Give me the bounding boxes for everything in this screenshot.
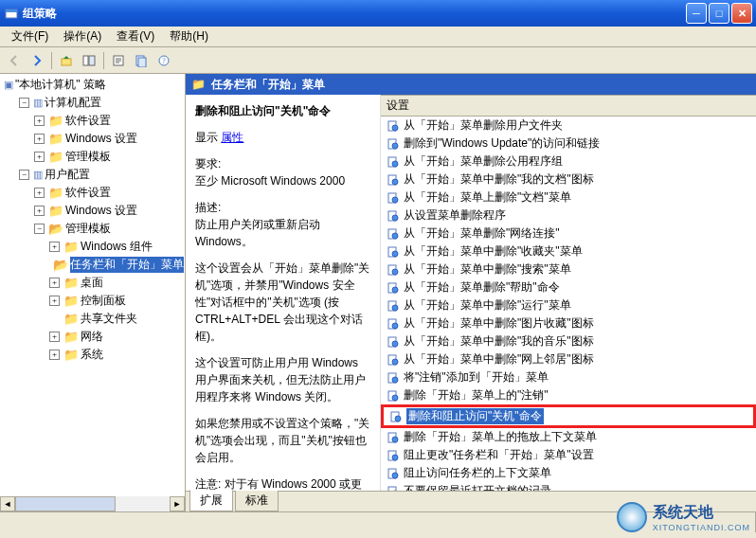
list-item[interactable]: 从「开始」菜单中删除"搜索"菜单 [381,260,756,278]
tree-cc-windows[interactable]: +📁Windows 设置 [32,130,185,148]
minimize-button[interactable]: ─ [686,3,707,24]
tree-windows-components[interactable]: +📁Windows 组件 [47,238,185,256]
list-item[interactable]: 将"注销"添加到「开始」菜单 [381,368,756,386]
svg-point-28 [392,251,398,257]
policy-item-icon [387,155,400,169]
list-item[interactable]: 从「开始」菜单上删除"文档"菜单 [381,188,756,206]
svg-point-16 [392,143,398,149]
properties-link[interactable]: 属性 [221,131,243,144]
content-area: ▣"本地计算机" 策略 −▥计算机配置 +📁软件设置 +📁Windows 设置 … [0,74,756,511]
svg-point-42 [392,377,398,383]
tree-uc-admin[interactable]: −📂管理模板 [32,220,185,238]
expand-icon[interactable]: + [34,206,45,216]
folder-icon: 📁 [48,131,63,147]
expand-icon[interactable]: + [34,134,45,144]
list-item[interactable]: 从「开始」菜单中删除"我的文档"图标 [381,170,756,188]
tree-computer-config[interactable]: −▥计算机配置 [17,94,185,112]
policy-item-icon [387,467,400,480]
list-item[interactable]: 阻止更改"任务栏和「开始」菜单"设置 [381,446,756,464]
export-list-button[interactable] [131,50,152,71]
folder-icon: 📁 [48,185,63,201]
window-controls: ─ □ ✕ [686,3,752,24]
settings-list-pane[interactable]: 设置 从「开始」菜单删除用户文件夹删除到"Windows Update"的访问和… [381,95,756,491]
menu-view[interactable]: 查看(V) [109,27,162,46]
maximize-button[interactable]: □ [709,3,729,24]
expand-icon[interactable]: + [34,152,45,162]
scroll-thumb[interactable] [15,496,116,511]
back-button[interactable] [4,50,25,71]
policy-item-icon [389,410,403,423]
tree-uc-windows[interactable]: +📁Windows 设置 [32,202,185,220]
expand-icon[interactable]: + [49,350,60,360]
list-item[interactable]: 从「开始」菜单删除公用程序组 [381,152,756,170]
tree-cc-admin[interactable]: +📁管理模板 [32,148,185,166]
list-item-label: 从「开始」菜单删除公用程序组 [404,153,563,170]
description-p3: 这个设置可防止用户用 Windows 用户界面来关机，但无法防止用户用程序来将 … [195,354,370,405]
folder-icon: 📁 [63,239,79,255]
close-button[interactable]: ✕ [731,3,752,24]
list-item-label: 删除和阻止访问"关机"命令 [406,408,544,424]
folder-icon: 📁 [48,203,63,219]
scroll-left-button[interactable]: ◄ [0,496,15,511]
expand-icon[interactable]: + [49,242,60,252]
list-item[interactable]: 从「开始」菜单中删除"图片收藏"图标 [381,314,756,332]
list-item[interactable]: 从「开始」菜单中删除"网上邻居"图标 [381,350,756,368]
list-item[interactable]: 从「开始」菜单中删除"我的音乐"图标 [381,332,756,350]
collapse-icon[interactable]: − [34,224,45,234]
properties-button[interactable] [108,50,129,71]
tree-horizontal-scrollbar[interactable]: ◄ ► [0,496,185,511]
list-item[interactable]: 从「开始」菜单中删除"运行"菜单 [381,296,756,314]
list-item[interactable]: 删除到"Windows Update"的访问和链接 [381,134,756,152]
description-pane: 删除和阻止访问"关机"命令 显示 属性 要求: 至少 Microsoft Win… [186,95,381,491]
list-item[interactable]: 删除和阻止访问"关机"命令 [384,407,753,425]
tree-system[interactable]: +📁系统 [47,346,185,364]
tree-taskbar-start[interactable]: 📂任务栏和「开始」菜单 [47,256,185,274]
list-item[interactable]: 从「开始」菜单删除"帮助"命令 [381,278,756,296]
list-item[interactable]: 从「开始」菜单删除"网络连接" [381,224,756,242]
svg-point-24 [392,215,398,221]
list-column-header[interactable]: 设置 [381,95,756,117]
tree-desktop[interactable]: +📁桌面 [47,274,185,292]
list-item[interactable]: 从「开始」菜单中删除"收藏夹"菜单 [381,242,756,260]
list-item-label: 阻止访问任务栏的上下文菜单 [404,465,551,481]
tree-pane[interactable]: ▣"本地计算机" 策略 −▥计算机配置 +📁软件设置 +📁Windows 设置 … [0,74,186,511]
expand-icon[interactable]: + [34,188,45,198]
list-item-label: 从「开始」菜单中删除"我的文档"图标 [404,171,594,188]
tree-cc-software[interactable]: +📁软件设置 [32,112,185,130]
menu-file[interactable]: 文件(F) [4,27,56,46]
list-item[interactable]: 从「开始」菜单删除用户文件夹 [381,117,756,134]
watermark-text: 系统天地 [653,503,750,523]
tree-control-panel[interactable]: +📁控制面板 [47,292,185,310]
expand-icon[interactable]: + [49,296,60,306]
menu-action[interactable]: 操作(A) [56,27,109,46]
policy-item-icon [387,227,400,241]
list-item[interactable]: 阻止访问任务栏的上下文菜单 [381,464,756,482]
up-button[interactable] [56,50,77,71]
scroll-right-button[interactable]: ► [170,496,185,511]
tree-network[interactable]: +📁网络 [47,328,185,346]
show-hide-tree-button[interactable] [79,50,99,71]
help-button[interactable]: ? [153,50,174,71]
display-row: 显示 属性 [195,129,370,146]
expand-icon[interactable]: + [49,278,60,288]
expand-icon[interactable]: + [34,116,45,126]
list-item[interactable]: 不要保留最近打开文档的记录 [381,482,756,491]
tree-uc-software[interactable]: +📁软件设置 [32,184,185,202]
tree-shared-folders[interactable]: 📁共享文件夹 [47,310,185,328]
tab-standard[interactable]: 标准 [235,491,279,511]
app-icon [4,6,19,21]
list-item[interactable]: 从设置菜单删除程序 [381,206,756,224]
collapse-icon[interactable]: − [19,98,29,108]
menu-help[interactable]: 帮助(H) [162,27,216,46]
tree-user-config[interactable]: −▥用户配置 [17,166,185,184]
collapse-icon[interactable]: − [19,170,29,180]
tree: ▣"本地计算机" 策略 −▥计算机配置 +📁软件设置 +📁Windows 设置 … [0,76,185,364]
list-item[interactable]: 删除「开始」菜单上的拖放上下文菜单 [381,428,756,446]
list-item-label: 从「开始」菜单中删除"网上邻居"图标 [404,351,594,368]
list-item[interactable]: 删除「开始」菜单上的"注销" [381,386,756,404]
forward-button[interactable] [27,50,47,71]
expand-icon[interactable]: + [49,332,60,342]
tab-extended[interactable]: 扩展 [189,490,233,511]
tree-root[interactable]: ▣"本地计算机" 策略 [2,76,185,94]
scroll-track[interactable] [15,496,170,511]
